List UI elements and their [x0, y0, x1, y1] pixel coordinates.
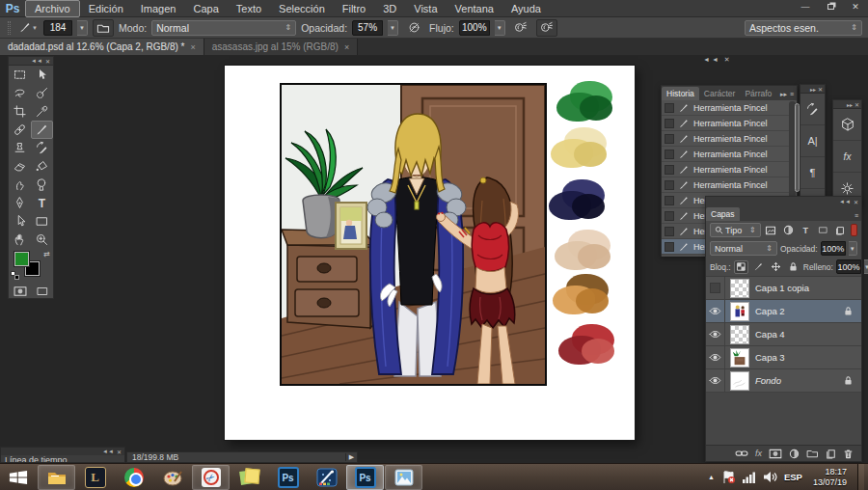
- blend-mode-select[interactable]: Normal ⇕: [151, 20, 296, 36]
- 3d-panel-icon[interactable]: [833, 109, 861, 141]
- show-desktop-button[interactable]: [857, 464, 864, 490]
- airbrush-mode-icon[interactable]: [536, 19, 557, 37]
- tool-paint-bucket[interactable]: [31, 157, 53, 176]
- task-paint[interactable]: [153, 465, 191, 490]
- add-mask-icon[interactable]: [769, 449, 782, 459]
- tool-eraser[interactable]: [9, 157, 31, 176]
- menu-ayuda[interactable]: Ayuda: [502, 1, 550, 16]
- layer-opacity-value[interactable]: 100%: [821, 241, 846, 256]
- layer-filter-select[interactable]: Tipo ⇕: [710, 223, 761, 237]
- layer-thumbnail[interactable]: [730, 325, 749, 344]
- history-source-checkbox[interactable]: [665, 165, 674, 175]
- workspace-select[interactable]: Aspectos esen. ⇕: [745, 20, 862, 36]
- layer-thumbnail[interactable]: [730, 348, 749, 368]
- dock-header[interactable]: ▸▸✕: [800, 85, 825, 94]
- tool-quick-selection[interactable]: [31, 84, 53, 102]
- layers-panel-header[interactable]: ◄◄ ✕: [706, 197, 861, 206]
- history-source-checkbox[interactable]: [665, 242, 674, 252]
- new-group-icon[interactable]: [806, 449, 819, 458]
- panel-menu-icon[interactable]: ≡: [854, 212, 858, 219]
- layer-filter-toggle[interactable]: [851, 224, 857, 236]
- lock-transparency-icon[interactable]: [734, 260, 748, 274]
- toggle-brush-panel-button[interactable]: [93, 19, 114, 37]
- layer-row-capa4[interactable]: Capa 4: [706, 323, 861, 346]
- layer-blend-mode-select[interactable]: Normal ⇕: [710, 241, 777, 256]
- collapse-panel-icon[interactable]: ▸▸: [780, 91, 787, 98]
- layer-fill-value[interactable]: 100%: [836, 259, 861, 274]
- clock[interactable]: 18:17 13/07/19: [809, 467, 851, 488]
- menu-archivo[interactable]: Archivo: [25, 0, 80, 17]
- document-canvas[interactable]: [225, 66, 635, 440]
- filter-type-layers-icon[interactable]: T: [799, 224, 813, 237]
- brush-preset-picker[interactable]: ▼: [17, 19, 39, 37]
- layer-row-capa2[interactable]: Capa 2: [706, 300, 861, 323]
- history-source-checkbox[interactable]: [665, 119, 674, 128]
- menu-seleccion[interactable]: Selección: [270, 1, 334, 16]
- layer-opacity-dropdown[interactable]: ▼: [849, 241, 857, 256]
- tab-caracter[interactable]: Carácter: [699, 87, 741, 100]
- delete-layer-icon[interactable]: [843, 449, 854, 459]
- history-source-checkbox[interactable]: [665, 134, 674, 144]
- visibility-toggle[interactable]: [706, 277, 725, 300]
- volume-icon[interactable]: [763, 471, 777, 483]
- link-layers-icon[interactable]: [735, 449, 748, 458]
- menu-3d[interactable]: 3D: [374, 1, 405, 16]
- menu-vista[interactable]: Vista: [405, 1, 446, 16]
- flow-dropdown[interactable]: ▼: [495, 20, 505, 36]
- dock-header[interactable]: ▸▸✕: [833, 100, 861, 109]
- airbrush-toggle-icon[interactable]: [510, 19, 531, 37]
- layer-row-capa1copia[interactable]: Capa 1 copia: [706, 277, 861, 300]
- panel-group-header[interactable]: ◄◄ ✕: [703, 56, 732, 64]
- tool-type[interactable]: T: [31, 194, 53, 212]
- pressure-opacity-icon[interactable]: [403, 19, 424, 37]
- tab-parrafo[interactable]: Párrafo: [740, 87, 776, 100]
- default-colors-icon[interactable]: [11, 271, 19, 280]
- document-tab-1[interactable]: dadadad.psd al 12.6% (Capa 2, RGB/8) * ×: [0, 39, 204, 55]
- history-entry[interactable]: Herramienta Pincel: [662, 162, 797, 177]
- history-source-checkbox[interactable]: [665, 196, 674, 205]
- task-photo-viewer[interactable]: [385, 465, 422, 490]
- tool-brush[interactable]: [31, 121, 53, 139]
- layer-row-fondo[interactable]: Fondo: [706, 369, 861, 393]
- layer-thumbnail[interactable]: [730, 279, 749, 298]
- task-photoshop-1[interactable]: Ps: [269, 465, 307, 490]
- language-indicator[interactable]: ESP: [784, 472, 802, 482]
- options-bar-grip[interactable]: [8, 21, 11, 35]
- swap-colors-icon[interactable]: ⇄: [43, 250, 50, 259]
- history-entry[interactable]: Herramienta Pincel: [662, 131, 797, 147]
- quick-mask-button[interactable]: [9, 282, 31, 300]
- window-minimize-button[interactable]: —: [793, 0, 818, 14]
- tab-close-icon[interactable]: ×: [190, 42, 195, 52]
- tab-historia[interactable]: Historia: [662, 87, 699, 100]
- filter-adjustment-layers-icon[interactable]: [781, 224, 796, 237]
- character-panel-icon[interactable]: A|: [800, 125, 825, 157]
- tool-eyedropper[interactable]: [31, 102, 53, 121]
- history-panel-icon[interactable]: [800, 94, 825, 125]
- menu-imagen[interactable]: Imagen: [132, 1, 185, 16]
- tool-crop[interactable]: [9, 102, 31, 121]
- visibility-toggle[interactable]: [706, 346, 725, 369]
- tool-dodge[interactable]: [31, 176, 53, 194]
- status-bar-menu-button[interactable]: ▶: [345, 453, 357, 461]
- history-entry[interactable]: Herramienta Pincel: [662, 147, 797, 162]
- opacity-dropdown[interactable]: ▼: [388, 20, 398, 36]
- menu-edicion[interactable]: Edición: [80, 1, 132, 16]
- lock-pixels-icon[interactable]: [751, 260, 766, 274]
- layer-style-icon[interactable]: fx: [755, 449, 762, 458]
- filter-pixel-layers-icon[interactable]: [764, 224, 778, 237]
- tool-lasso[interactable]: [9, 84, 31, 102]
- history-entry[interactable]: Herramienta Pincel: [662, 177, 797, 193]
- tool-path-selection[interactable]: [9, 212, 31, 231]
- visibility-toggle[interactable]: [706, 369, 725, 393]
- visibility-toggle[interactable]: [706, 323, 725, 346]
- history-source-checkbox[interactable]: [665, 211, 674, 221]
- window-close-button[interactable]: ✕: [843, 0, 868, 14]
- tool-clone-stamp[interactable]: [9, 139, 31, 157]
- tab-close-icon[interactable]: ×: [344, 42, 349, 52]
- tool-pen[interactable]: [9, 194, 31, 212]
- visibility-toggle[interactable]: [706, 300, 725, 323]
- task-sticky-notes[interactable]: [231, 465, 268, 490]
- effects-panel-icon[interactable]: fx: [833, 141, 861, 173]
- brush-size-value[interactable]: 184: [43, 20, 72, 36]
- opacity-value[interactable]: 57%: [352, 20, 383, 36]
